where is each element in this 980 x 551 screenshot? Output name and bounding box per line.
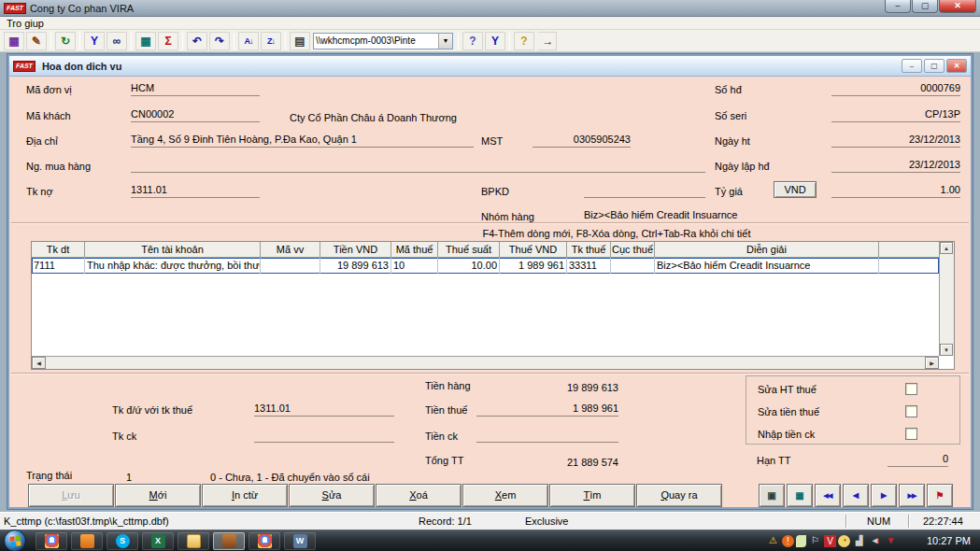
cell-cuc-thue[interactable] <box>611 258 655 274</box>
delete-button[interactable]: Xoá <box>376 484 462 507</box>
han-tt-field[interactable]: 0 <box>888 451 948 467</box>
so-hd-field[interactable]: 0000769 <box>831 80 960 96</box>
bpkd-field[interactable] <box>584 182 705 198</box>
table-header[interactable]: Tên tài khoản <box>85 242 261 257</box>
calculator-icon[interactable]: ▦ <box>135 32 156 50</box>
help-icon[interactable]: ? <box>514 32 534 50</box>
nhom-hang-field[interactable]: Biz><Bảo hiểm Creadit Insuarnce <box>584 207 960 223</box>
cell-tk-thue[interactable]: 33311 <box>567 258 611 274</box>
cell-ten-tai-khoan[interactable]: Thu nhập khác: được thưởng, bồi thường <box>85 258 261 274</box>
filter-query-icon[interactable]: Y <box>485 32 505 50</box>
scroll-left-icon[interactable]: ◀ <box>32 357 46 369</box>
exit-icon[interactable]: → <box>536 32 557 50</box>
printer-select[interactable]: \\wkhcmcpm-0003\Pinte ▼ <box>313 33 453 49</box>
table-header[interactable]: Diễn giải <box>655 242 879 257</box>
form-help-icon[interactable]: ? <box>462 32 483 50</box>
sua-ht-thue-checkbox[interactable] <box>905 383 917 395</box>
sua-tien-thue-checkbox[interactable] <box>905 405 917 417</box>
maximize-button[interactable]: ▢ <box>912 0 938 13</box>
print-button[interactable]: In ctừ <box>202 484 288 507</box>
menu-item-help[interactable]: Tro giup <box>0 18 50 29</box>
scroll-right-icon[interactable]: ▶ <box>925 357 939 369</box>
trang-thai-value[interactable]: 1 <box>126 470 132 485</box>
window-icon[interactable]: ▦ <box>4 32 24 50</box>
mst-field[interactable]: 0305905243 <box>533 132 631 148</box>
tk-ck-field[interactable] <box>254 427 394 443</box>
antivirus-tray-icon[interactable]: V <box>824 535 836 547</box>
alert-tray-icon[interactable]: ! <box>782 535 794 547</box>
undo-icon[interactable]: ↶ <box>187 32 207 50</box>
sum-icon[interactable]: Σ <box>158 32 178 50</box>
tk-du-field[interactable]: 1311.01 <box>254 401 394 417</box>
table-header[interactable]: Cục thuế <box>611 242 655 257</box>
app-tray-icon[interactable]: ▼ <box>884 533 898 548</box>
so-seri-field[interactable]: CP/13P <box>831 106 960 122</box>
taskbar-clock[interactable]: 10:27 PM <box>927 530 971 551</box>
next-record-icon[interactable]: ▶ <box>871 484 897 507</box>
dia-chi-field[interactable]: Tầng 4, Số 9 Đinh Tiên Hoàng, P.Đa Kao, … <box>131 132 474 148</box>
currency-button[interactable]: VND <box>774 181 817 198</box>
back-button[interactable]: Quay ra <box>636 484 722 507</box>
table-header[interactable]: Mã vv <box>261 242 320 257</box>
ngay-ht-field[interactable]: 23/12/2013 <box>831 132 960 148</box>
redo-icon[interactable]: ↷ <box>209 32 230 50</box>
taskbar-chrome-2[interactable] <box>249 532 280 550</box>
minimize-button[interactable]: – <box>885 0 911 13</box>
edit-button[interactable]: Sửa <box>289 484 375 507</box>
network-signal-icon[interactable]: ▟ <box>852 533 866 548</box>
find-icon[interactable]: ∞ <box>107 32 127 50</box>
edit-hand-icon[interactable]: ✎ <box>26 32 47 50</box>
table-header[interactable]: Tk thuế <box>567 242 611 257</box>
print-icon[interactable]: ▤ <box>290 32 310 50</box>
taskbar-word[interactable]: W <box>284 532 316 550</box>
table-header[interactable]: Tiền VND <box>320 242 391 257</box>
flag-icon[interactable]: ⚑ <box>927 484 953 507</box>
tien-thue-field[interactable]: 1 989 961 <box>476 401 618 417</box>
ty-gia-field[interactable]: 1.00 <box>831 182 960 198</box>
scroll-down-icon[interactable]: ▼ <box>940 344 953 356</box>
invoice-restore-button[interactable]: ▢ <box>924 59 944 73</box>
taskbar-excel[interactable]: X <box>142 532 174 550</box>
last-record-icon[interactable]: ▶▶ <box>899 484 925 507</box>
sort-descending-icon[interactable]: Z↓ <box>261 32 281 50</box>
refresh-icon[interactable]: ↻ <box>55 32 76 50</box>
tk-no-field[interactable]: 1311.01 <box>131 182 260 198</box>
ma-don-vi-field[interactable]: HCM <box>131 80 260 96</box>
clock-tray-icon[interactable]: ◔ <box>838 535 850 547</box>
scroll-up-icon[interactable]: ▲ <box>940 242 953 254</box>
table-header[interactable]: Thuế VND <box>500 242 567 257</box>
ma-khach-field[interactable]: CN00002 <box>131 106 260 122</box>
calculator-icon[interactable]: ▦ <box>787 484 813 507</box>
save-button[interactable]: Lưu <box>28 484 114 507</box>
ng-mua-hang-field[interactable] <box>131 157 705 173</box>
new-button[interactable]: Mới <box>115 484 201 507</box>
vertical-scrollbar[interactable]: ▲ ▼ <box>939 242 954 356</box>
warning-tray-icon[interactable]: ⚠ <box>766 533 780 548</box>
cell-ma-thue[interactable]: 10 <box>391 258 438 274</box>
filter-icon[interactable]: Y <box>84 32 105 50</box>
start-button[interactable] <box>4 530 26 551</box>
cell-tien-vnd[interactable]: 19 899 613 <box>320 258 391 274</box>
first-record-icon[interactable]: ◀◀ <box>815 484 841 507</box>
invoice-minimize-button[interactable]: – <box>902 59 922 73</box>
nhap-tien-ck-checkbox[interactable] <box>905 428 917 440</box>
table-header[interactable]: Mã thuế <box>391 242 438 257</box>
table-header[interactable]: Tk dt <box>32 242 85 257</box>
flag-tray-icon[interactable]: ⚐ <box>808 533 822 548</box>
table-header[interactable]: Thuế suất <box>438 242 500 257</box>
camera-icon[interactable]: ▣ <box>759 484 785 507</box>
invoice-close-button[interactable]: ✕ <box>946 59 967 73</box>
cell-tk-dt[interactable]: 7111 <box>32 258 85 274</box>
taskbar-foxpro[interactable] <box>213 532 245 550</box>
tien-ck-field[interactable] <box>476 427 618 443</box>
taskbar-skype[interactable]: S <box>107 532 138 550</box>
taskbar-media-app[interactable] <box>71 532 103 550</box>
cell-thue-vnd[interactable]: 1 989 961 <box>500 258 567 274</box>
close-button[interactable]: ✕ <box>939 0 976 13</box>
leaf-tray-icon[interactable] <box>796 535 806 547</box>
view-button[interactable]: Xem <box>462 484 548 507</box>
horizontal-scrollbar[interactable]: ◀ ▶ <box>32 356 939 369</box>
taskbar-chrome[interactable] <box>36 532 67 550</box>
search-button[interactable]: Tìm <box>549 484 635 507</box>
ngay-lap-hd-field[interactable]: 23/12/2013 <box>831 157 960 173</box>
